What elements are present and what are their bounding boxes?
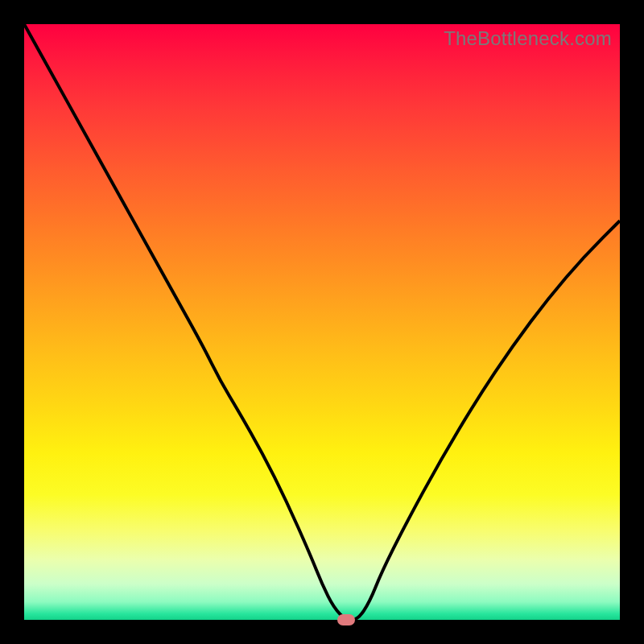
plot-area: TheBottleneck.com xyxy=(24,24,620,620)
chart-frame: TheBottleneck.com xyxy=(0,0,644,644)
bottleneck-curve xyxy=(24,24,620,620)
optimum-marker xyxy=(337,614,355,625)
curve-path xyxy=(24,24,620,620)
